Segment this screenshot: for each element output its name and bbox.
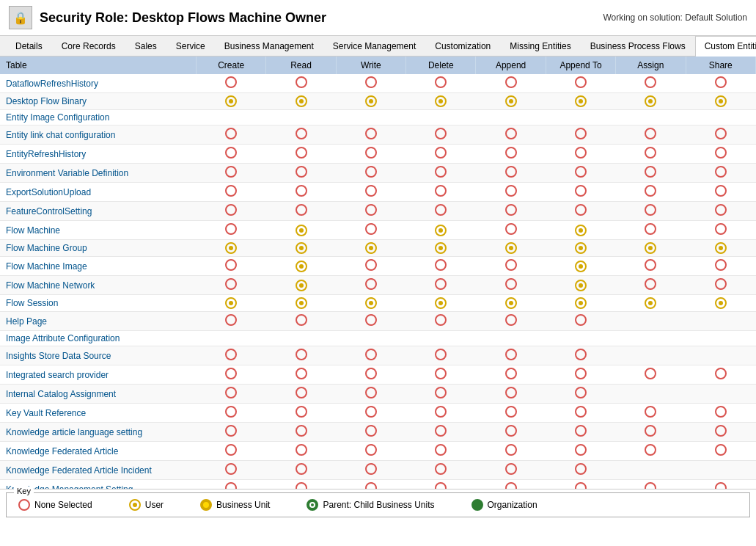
entity-name[interactable]: Flow Machine Group xyxy=(0,240,197,257)
perm-icon[interactable] xyxy=(505,297,517,309)
perm-delete[interactable] xyxy=(406,404,476,423)
perm-delete[interactable] xyxy=(406,240,476,257)
perm-append[interactable] xyxy=(476,74,546,93)
perm-icon[interactable] xyxy=(715,444,727,456)
perm-read[interactable] xyxy=(266,221,336,240)
tab-customization[interactable]: Customization xyxy=(425,36,500,56)
perm-create[interactable] xyxy=(197,221,266,240)
perm-icon[interactable] xyxy=(715,95,727,107)
perm-assign[interactable] xyxy=(616,423,686,442)
perm-delete[interactable] xyxy=(406,346,476,365)
perm-append_to[interactable] xyxy=(546,145,615,164)
perm-write[interactable] xyxy=(336,480,405,489)
perm-read[interactable] xyxy=(266,480,336,489)
perm-write[interactable] xyxy=(336,221,405,240)
perm-write[interactable] xyxy=(336,240,405,257)
perm-create[interactable] xyxy=(197,240,266,257)
perm-delete[interactable] xyxy=(406,110,476,125)
perm-icon[interactable] xyxy=(365,368,377,379)
perm-delete[interactable] xyxy=(406,276,476,295)
perm-icon[interactable] xyxy=(505,223,517,235)
perm-icon[interactable] xyxy=(435,204,447,216)
perm-icon[interactable] xyxy=(435,425,447,437)
perm-delete[interactable] xyxy=(406,312,476,331)
perm-append[interactable] xyxy=(476,145,546,164)
perm-icon[interactable] xyxy=(435,278,447,290)
perm-icon[interactable] xyxy=(225,314,237,326)
perm-share[interactable] xyxy=(686,145,755,164)
entity-name[interactable]: Flow Machine Image xyxy=(0,257,197,276)
perm-icon[interactable] xyxy=(296,261,307,272)
entity-name[interactable]: Internal Catalog Assignment xyxy=(0,385,197,404)
perm-share[interactable] xyxy=(686,164,755,183)
perm-read[interactable] xyxy=(266,164,336,183)
perm-icon[interactable] xyxy=(575,463,587,475)
perm-icon[interactable] xyxy=(575,147,587,159)
perm-write[interactable] xyxy=(336,365,405,385)
perm-assign[interactable] xyxy=(616,480,686,489)
tab-details[interactable]: Details xyxy=(6,36,52,56)
perm-share[interactable] xyxy=(686,365,755,385)
perm-icon[interactable] xyxy=(575,297,587,309)
perm-write[interactable] xyxy=(336,461,405,480)
perm-assign[interactable] xyxy=(616,183,686,202)
perm-write[interactable] xyxy=(336,295,405,312)
perm-icon[interactable] xyxy=(225,95,237,107)
perm-icon[interactable] xyxy=(715,223,727,235)
perm-icon[interactable] xyxy=(715,242,727,254)
perm-icon[interactable] xyxy=(296,425,307,437)
perm-append_to[interactable] xyxy=(546,164,615,183)
perm-icon[interactable] xyxy=(575,368,587,379)
perm-share[interactable] xyxy=(686,93,755,110)
perm-append_to[interactable] xyxy=(546,221,615,240)
perm-icon[interactable] xyxy=(715,278,727,290)
perm-write[interactable] xyxy=(336,125,405,145)
perm-icon[interactable] xyxy=(225,242,237,254)
perm-write[interactable] xyxy=(336,312,405,331)
perm-write[interactable] xyxy=(336,423,405,442)
perm-icon[interactable] xyxy=(435,128,447,139)
perm-append_to[interactable] xyxy=(546,295,615,312)
perm-icon[interactable] xyxy=(645,242,656,254)
perm-assign[interactable] xyxy=(616,110,686,125)
perm-read[interactable] xyxy=(266,442,336,461)
perm-icon[interactable] xyxy=(505,368,517,379)
perm-icon[interactable] xyxy=(645,368,656,379)
perm-delete[interactable] xyxy=(406,295,476,312)
perm-icon[interactable] xyxy=(435,314,447,326)
perm-icon[interactable] xyxy=(296,444,307,456)
perm-icon[interactable] xyxy=(575,425,587,437)
perm-append_to[interactable] xyxy=(546,202,615,221)
perm-share[interactable] xyxy=(686,442,755,461)
tab-sales[interactable]: Sales xyxy=(125,36,166,56)
perm-create[interactable] xyxy=(197,164,266,183)
perm-icon[interactable] xyxy=(505,278,517,290)
perm-read[interactable] xyxy=(266,404,336,423)
perm-icon[interactable] xyxy=(435,482,447,489)
perm-icon[interactable] xyxy=(225,349,237,360)
perm-write[interactable] xyxy=(336,110,405,125)
perm-assign[interactable] xyxy=(616,221,686,240)
perm-icon[interactable] xyxy=(715,425,727,437)
perm-delete[interactable] xyxy=(406,461,476,480)
perm-icon[interactable] xyxy=(505,242,517,254)
entity-name[interactable]: Help Page xyxy=(0,312,197,331)
perm-append[interactable] xyxy=(476,442,546,461)
perm-icon[interactable] xyxy=(435,185,447,197)
tab-custom-entities[interactable]: Custom Entities xyxy=(695,36,756,57)
perm-icon[interactable] xyxy=(575,204,587,216)
perm-assign[interactable] xyxy=(616,145,686,164)
perm-icon[interactable] xyxy=(365,297,377,309)
perm-icon[interactable] xyxy=(575,185,587,197)
perm-append[interactable] xyxy=(476,164,546,183)
perm-delete[interactable] xyxy=(406,365,476,385)
perm-append[interactable] xyxy=(476,365,546,385)
perm-read[interactable] xyxy=(266,240,336,257)
perm-icon[interactable] xyxy=(296,147,307,159)
perm-append_to[interactable] xyxy=(546,183,615,202)
tab-service-management[interactable]: Service Management xyxy=(323,36,425,56)
perm-write[interactable] xyxy=(336,404,405,423)
perm-icon[interactable] xyxy=(296,242,307,254)
perm-icon[interactable] xyxy=(365,166,377,178)
perm-create[interactable] xyxy=(197,423,266,442)
